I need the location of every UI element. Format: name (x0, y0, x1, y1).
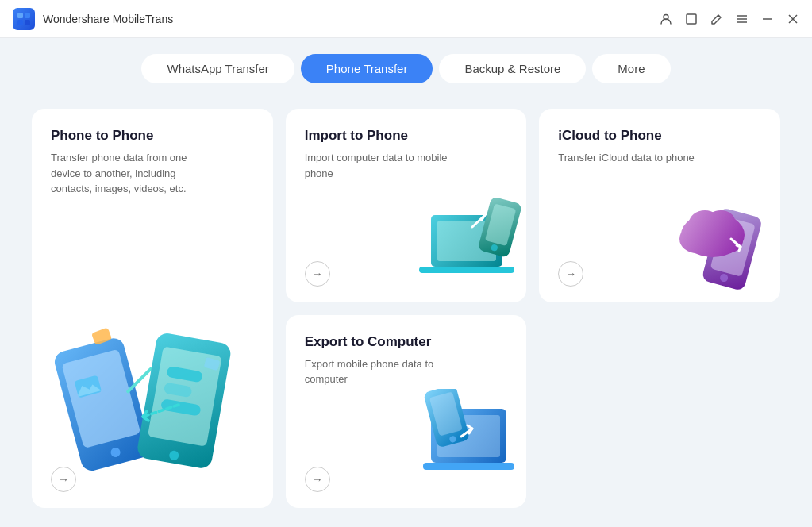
menu-icon[interactable] (736, 13, 749, 25)
user-icon[interactable] (660, 13, 672, 25)
svg-point-37 (706, 210, 735, 233)
import-illustration (415, 183, 526, 294)
export-illustration (415, 389, 526, 500)
phone2phone-illustration (48, 294, 257, 468)
tab-whatsapp[interactable]: WhatsApp Transfer (141, 54, 294, 83)
app-icon (13, 8, 35, 30)
main-content: WhatsApp Transfer Phone Transfer Backup … (0, 38, 812, 527)
svg-rect-3 (25, 20, 30, 25)
minimize-button[interactable] (761, 13, 774, 25)
card-export-desc: Export mobile phone data to computer (305, 356, 448, 387)
svg-rect-40 (423, 463, 514, 470)
icloud-illustration (669, 183, 780, 294)
svg-rect-0 (17, 13, 23, 18)
card-icloud-title: iCloud to Phone (558, 128, 761, 144)
cards-container: Phone to Phone Transfer phone data from … (0, 96, 812, 527)
card-phone2phone-title: Phone to Phone (51, 128, 254, 144)
card-phone2phone[interactable]: Phone to Phone Transfer phone data from … (32, 109, 273, 508)
card-import-arrow[interactable]: → (305, 261, 330, 287)
card-import[interactable]: Import to Phone Import computer data to … (286, 109, 527, 302)
svg-rect-5 (687, 14, 696, 24)
app-title: Wondershare MobileTrans (43, 13, 173, 25)
card-import-desc: Import computer data to mobile phone (305, 150, 448, 181)
tab-phone[interactable]: Phone Transfer (301, 54, 433, 83)
tab-more[interactable]: More (592, 54, 670, 83)
card-phone2phone-desc: Transfer phone data from one device to a… (51, 150, 194, 197)
card-import-title: Import to Phone (305, 128, 508, 144)
card-export[interactable]: Export to Computer Export mobile phone d… (286, 315, 527, 509)
titlebar-left: Wondershare MobileTrans (13, 8, 173, 30)
svg-rect-13 (61, 349, 140, 448)
nav-tabs: WhatsApp Transfer Phone Transfer Backup … (0, 38, 812, 96)
card-export-arrow[interactable]: → (305, 467, 330, 492)
tab-backup[interactable]: Backup & Restore (439, 54, 586, 83)
card-icloud-arrow[interactable]: → (558, 261, 583, 287)
titlebar: Wondershare MobileTrans (0, 0, 812, 38)
card-export-title: Export to Computer (305, 334, 508, 350)
svg-rect-2 (17, 20, 23, 25)
titlebar-controls (660, 13, 799, 25)
window-icon[interactable] (685, 13, 698, 25)
svg-rect-26 (419, 267, 514, 273)
svg-rect-1 (25, 13, 30, 18)
close-button[interactable] (787, 13, 799, 25)
card-icloud-desc: Transfer iCloud data to phone (558, 150, 701, 166)
edit-icon[interactable] (710, 13, 723, 25)
card-phone2phone-arrow[interactable]: → (51, 467, 76, 492)
card-icloud[interactable]: iCloud to Phone Transfer iCloud data to … (539, 109, 780, 302)
